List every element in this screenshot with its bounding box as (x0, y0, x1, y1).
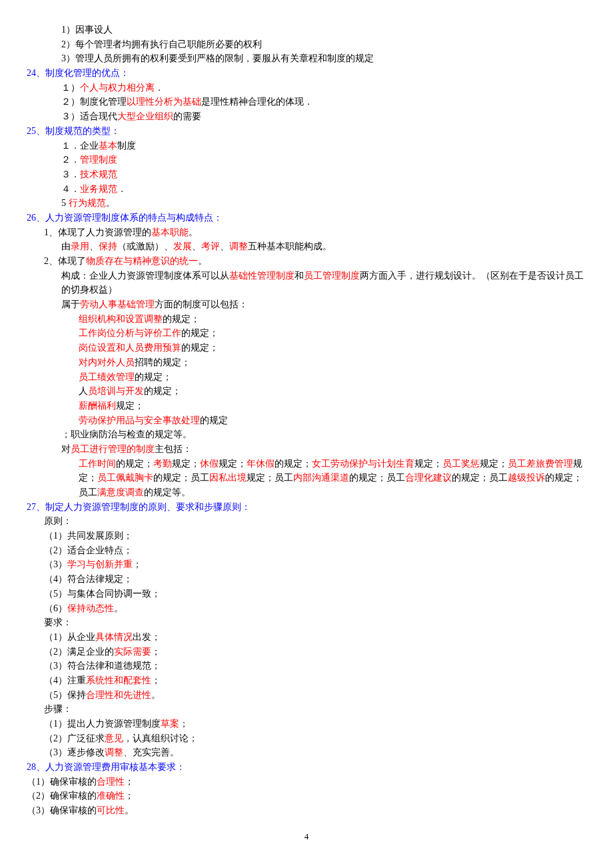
p27-r4: （4）注重系统性和配套性； (44, 673, 586, 688)
t: ２）制度化管理 (61, 97, 127, 107)
p27-r3: （3）符合法律和道德规范； (44, 659, 586, 673)
item-26-1-sub: 由录用、保持（或激励）、发展、考评、调整五种基本职能构成。 (61, 239, 586, 254)
bullet-7: 薪酬福利规定； (79, 399, 586, 413)
t: 要求： (44, 617, 72, 627)
t: 岗位设置和人员费用预算 (79, 343, 181, 353)
t: （2）确保审核的 (27, 791, 97, 801)
t: 工作岗位分析与评价工作 (79, 328, 181, 338)
heading-25: 25、制度规范的类型： (27, 124, 586, 139)
bullet-2: 工作岗位分析与评价工作的规定； (79, 326, 586, 341)
bullet-6: 人员培训与开发的规定； (79, 384, 586, 399)
t: 员工绩效管理 (79, 372, 135, 382)
p28-2: （2）确保审核的准确性； (27, 789, 586, 803)
t: 构成：企业人力资源管理制度体系可以从 (61, 271, 229, 281)
t: 规定；员工 (247, 473, 293, 483)
item-26-1: 1、体现了人力资源管理的基本职能。 (44, 225, 586, 240)
t: 。 (151, 690, 161, 700)
t: 、充实完善。 (123, 747, 179, 757)
t: 、 (220, 241, 229, 251)
t: 学习与创新并重 (67, 559, 133, 569)
t: 的规定 (200, 415, 228, 425)
t: 2、体现了 (44, 256, 86, 266)
heading-27: 27、制定人力资源管理制度的原则、要求和步骤原则： (27, 500, 586, 515)
t: 满意度调查 (97, 487, 144, 497)
t: （1）共同发展原则； (44, 531, 133, 541)
t: （4）注重 (44, 675, 86, 685)
t: 。 (125, 805, 134, 815)
t: ３）适合现代 (61, 111, 117, 121)
t: 大型企业组织 (117, 111, 173, 121)
t: 女工劳动保护与计划生育 (312, 459, 414, 469)
t: 年休假 (247, 459, 275, 469)
t: 越级投诉 (508, 473, 545, 483)
label-requirement: 要求： (44, 615, 586, 630)
t: 准确性 (97, 791, 125, 801)
t: 的规定； (116, 459, 153, 469)
t: 对内对外人员 (79, 357, 135, 367)
heading-26: 26、人力资源管理制度体系的特点与构成特点： (27, 211, 586, 225)
heading-text: 27、制定人力资源管理制度的原则、要求和步骤原则： (27, 502, 251, 512)
item-25-2: ２．管理制度 (61, 153, 586, 167)
t: 内部沟通渠道 (293, 473, 349, 483)
t: 员工管理制度 (304, 271, 360, 281)
t: （2）广泛征求 (44, 733, 105, 743)
t: 以理性分析为基础 (127, 97, 201, 107)
t: 基础性管理制度 (229, 271, 295, 281)
t: 意见 (105, 733, 123, 743)
t: ，认真组织讨论； (123, 733, 198, 743)
line-top-3: 3）管理人员所拥有的权利要受到严格的限制，要服从有关章程和制度的规定 (61, 51, 586, 66)
bullet-5: 员工绩效管理的规定； (79, 370, 586, 385)
t: 的规定等。 (144, 487, 191, 497)
t: （3） (44, 559, 67, 569)
t: 员工差旅费管理 (508, 459, 573, 469)
t: （或激励）、 (117, 241, 173, 251)
t: 规定； (480, 459, 508, 469)
bullet-4: 对内对外人员招聘的规定； (79, 355, 586, 370)
t: （3）符合法律和道德规范； (44, 661, 161, 671)
t: 因私出境 (209, 473, 247, 483)
bullet-3: 岗位设置和人员费用预算的规定； (79, 341, 586, 355)
t: 保持动态性 (67, 603, 114, 613)
t: ； (151, 675, 161, 685)
t: （1）提出人力资源管理制度 (44, 719, 161, 729)
item-26-2-a: 构成：企业人力资源管理制度体系可以从基础性管理制度和员工管理制度两方面入手，进行… (61, 269, 586, 297)
t: 保持 (99, 241, 117, 251)
heading-text: 25、制度规范的类型： (27, 126, 120, 136)
t: 录用 (71, 241, 89, 251)
t: （2）满足企业的 (44, 647, 114, 657)
item-24-2: ２）制度化管理以理性分析为基础是理性精神合理化的体现． (61, 95, 586, 109)
t: 的规定；员工 (349, 473, 405, 483)
t: 基本 (99, 141, 117, 151)
item-26-2-b: 属于劳动人事基础管理方面的制度可以包括： (61, 297, 586, 312)
bullet-1: 组织机构和设置调整的规定； (79, 312, 586, 327)
t: 1、体现了人力资源管理的 (44, 227, 151, 237)
p27-y4: （4）符合法律规定； (44, 572, 586, 587)
t: ；职业病防治与检查的规定等。 (61, 429, 192, 439)
t: 步骤： (44, 704, 72, 714)
t: 。 (198, 256, 207, 266)
t: 、 (89, 241, 99, 251)
t: 休假 (200, 459, 219, 469)
item-25-4: ４．业务规范． (61, 182, 586, 197)
p28-3: （3）确保审核的可比性。 (27, 803, 586, 818)
p27-r2: （2）满足企业的实际需要； (44, 645, 586, 659)
item-26-2-c: 对员工进行管理的制度主包括： (61, 442, 586, 457)
text: 3）管理人员所拥有的权利要受到严格的限制，要服从有关章程和制度的规定 (61, 53, 374, 63)
t: 制度 (117, 141, 136, 151)
t: ． (155, 83, 164, 93)
t: 调整 (105, 747, 123, 757)
t: 主包括： (155, 444, 192, 454)
t: 规定； (219, 459, 247, 469)
t: 劳动保护用品与安全事故处理 (79, 415, 200, 425)
t: 草案 (161, 719, 179, 729)
t: 的规定；员工 (153, 473, 209, 483)
t: 调整 (229, 241, 248, 251)
t: ； (179, 719, 189, 729)
t: 和 (295, 271, 304, 281)
t: 由 (61, 241, 71, 251)
t: 合理化建议 (405, 473, 452, 483)
t: （1）从企业 (44, 632, 95, 642)
t: 可比性 (97, 805, 125, 815)
line-top-2: 2）每个管理者均拥有执行自己职能所必要的权利 (61, 37, 586, 52)
t: 的规定； (275, 459, 312, 469)
